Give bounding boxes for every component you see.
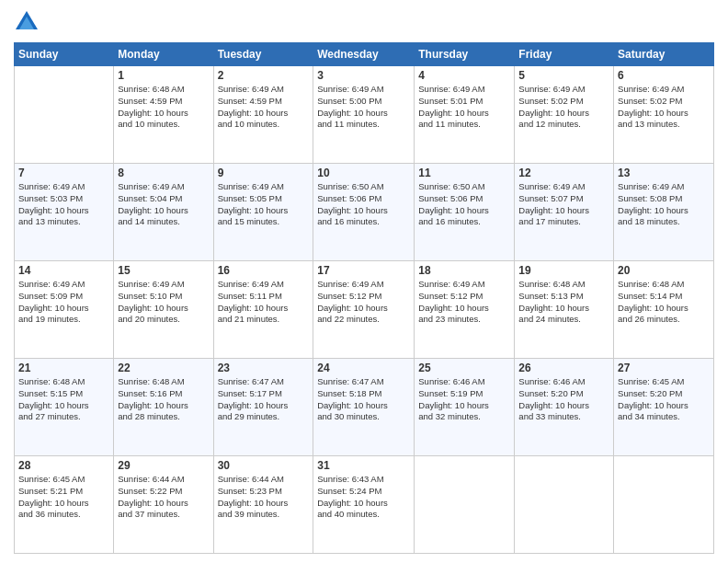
day-header-saturday: Saturday xyxy=(614,43,714,66)
logo-icon xyxy=(14,9,40,35)
cell-details: Sunrise: 6:49 AMSunset: 5:07 PMDaylight:… xyxy=(518,181,609,228)
day-number: 10 xyxy=(317,167,410,179)
calendar-cell: 2Sunrise: 6:49 AMSunset: 4:59 PMDaylight… xyxy=(213,66,313,164)
cell-details: Sunrise: 6:48 AMSunset: 5:14 PMDaylight:… xyxy=(618,279,710,326)
day-number: 28 xyxy=(18,459,109,472)
day-number: 9 xyxy=(218,167,310,179)
calendar-cell: 20Sunrise: 6:48 AMSunset: 5:14 PMDayligh… xyxy=(614,261,714,359)
cell-details: Sunrise: 6:46 AMSunset: 5:19 PMDaylight:… xyxy=(418,376,510,423)
calendar-cell: 21Sunrise: 6:48 AMSunset: 5:15 PMDayligh… xyxy=(15,359,114,456)
calendar-cell: 22Sunrise: 6:48 AMSunset: 5:16 PMDayligh… xyxy=(114,359,213,456)
cell-details: Sunrise: 6:49 AMSunset: 5:11 PMDaylight:… xyxy=(218,279,310,326)
calendar-cell xyxy=(614,456,714,554)
calendar-cell: 24Sunrise: 6:47 AMSunset: 5:18 PMDayligh… xyxy=(313,359,415,456)
calendar-cell: 5Sunrise: 6:49 AMSunset: 5:02 PMDaylight… xyxy=(515,66,614,164)
cell-details: Sunrise: 6:46 AMSunset: 5:20 PMDaylight:… xyxy=(518,376,609,423)
day-number: 1 xyxy=(118,69,209,82)
calendar-cell: 8Sunrise: 6:49 AMSunset: 5:04 PMDaylight… xyxy=(114,164,213,261)
day-number: 7 xyxy=(18,167,109,179)
calendar-cell: 19Sunrise: 6:48 AMSunset: 5:13 PMDayligh… xyxy=(515,261,614,359)
cell-details: Sunrise: 6:49 AMSunset: 5:00 PMDaylight:… xyxy=(317,84,410,131)
cell-details: Sunrise: 6:49 AMSunset: 4:59 PMDaylight:… xyxy=(218,84,310,131)
day-number: 6 xyxy=(618,69,710,82)
calendar-cell: 23Sunrise: 6:47 AMSunset: 5:17 PMDayligh… xyxy=(213,359,313,456)
cell-details: Sunrise: 6:49 AMSunset: 5:09 PMDaylight:… xyxy=(18,279,109,326)
cell-details: Sunrise: 6:43 AMSunset: 5:24 PMDaylight:… xyxy=(317,474,410,521)
day-number: 2 xyxy=(218,69,310,82)
calendar-week-row: 28Sunrise: 6:45 AMSunset: 5:21 PMDayligh… xyxy=(15,456,714,554)
day-number: 21 xyxy=(18,362,109,374)
calendar-cell: 7Sunrise: 6:49 AMSunset: 5:03 PMDaylight… xyxy=(15,164,114,261)
day-header-sunday: Sunday xyxy=(15,43,114,66)
calendar-cell: 14Sunrise: 6:49 AMSunset: 5:09 PMDayligh… xyxy=(15,261,114,359)
cell-details: Sunrise: 6:48 AMSunset: 5:16 PMDaylight:… xyxy=(118,376,209,423)
calendar-cell: 29Sunrise: 6:44 AMSunset: 5:22 PMDayligh… xyxy=(114,456,213,554)
calendar-week-row: 1Sunrise: 6:48 AMSunset: 4:59 PMDaylight… xyxy=(15,66,714,164)
day-number: 24 xyxy=(317,362,410,374)
day-number: 27 xyxy=(618,362,710,374)
page: SundayMondayTuesdayWednesdayThursdayFrid… xyxy=(0,0,728,563)
calendar-cell: 27Sunrise: 6:45 AMSunset: 5:20 PMDayligh… xyxy=(614,359,714,456)
calendar-cell: 3Sunrise: 6:49 AMSunset: 5:00 PMDaylight… xyxy=(313,66,415,164)
cell-details: Sunrise: 6:50 AMSunset: 5:06 PMDaylight:… xyxy=(317,181,410,228)
calendar-cell: 1Sunrise: 6:48 AMSunset: 4:59 PMDaylight… xyxy=(114,66,213,164)
day-number: 14 xyxy=(18,264,109,277)
day-header-wednesday: Wednesday xyxy=(313,43,415,66)
day-number: 26 xyxy=(518,362,609,374)
calendar-cell: 25Sunrise: 6:46 AMSunset: 5:19 PMDayligh… xyxy=(415,359,515,456)
cell-details: Sunrise: 6:49 AMSunset: 5:02 PMDaylight:… xyxy=(618,84,710,131)
calendar-header-row: SundayMondayTuesdayWednesdayThursdayFrid… xyxy=(15,43,714,66)
day-number: 25 xyxy=(418,362,510,374)
calendar-cell: 13Sunrise: 6:49 AMSunset: 5:08 PMDayligh… xyxy=(614,164,714,261)
calendar-cell: 15Sunrise: 6:49 AMSunset: 5:10 PMDayligh… xyxy=(114,261,213,359)
cell-details: Sunrise: 6:49 AMSunset: 5:02 PMDaylight:… xyxy=(518,84,609,131)
day-header-thursday: Thursday xyxy=(415,43,515,66)
day-number: 22 xyxy=(118,362,209,374)
day-header-tuesday: Tuesday xyxy=(213,43,313,66)
cell-details: Sunrise: 6:49 AMSunset: 5:08 PMDaylight:… xyxy=(618,181,710,228)
day-number: 19 xyxy=(518,264,609,277)
day-header-friday: Friday xyxy=(515,43,614,66)
day-number: 18 xyxy=(418,264,510,277)
day-number: 31 xyxy=(317,459,410,472)
day-number: 20 xyxy=(618,264,710,277)
calendar-cell: 10Sunrise: 6:50 AMSunset: 5:06 PMDayligh… xyxy=(313,164,415,261)
calendar-table: SundayMondayTuesdayWednesdayThursdayFrid… xyxy=(14,42,714,554)
cell-details: Sunrise: 6:44 AMSunset: 5:22 PMDaylight:… xyxy=(118,474,209,521)
calendar-week-row: 14Sunrise: 6:49 AMSunset: 5:09 PMDayligh… xyxy=(15,261,714,359)
day-header-monday: Monday xyxy=(114,43,213,66)
calendar-cell: 18Sunrise: 6:49 AMSunset: 5:12 PMDayligh… xyxy=(415,261,515,359)
day-number: 4 xyxy=(418,69,510,82)
cell-details: Sunrise: 6:49 AMSunset: 5:12 PMDaylight:… xyxy=(418,279,510,326)
calendar-week-row: 7Sunrise: 6:49 AMSunset: 5:03 PMDaylight… xyxy=(15,164,714,261)
cell-details: Sunrise: 6:45 AMSunset: 5:21 PMDaylight:… xyxy=(18,474,109,521)
calendar-cell: 11Sunrise: 6:50 AMSunset: 5:06 PMDayligh… xyxy=(415,164,515,261)
calendar-cell: 16Sunrise: 6:49 AMSunset: 5:11 PMDayligh… xyxy=(213,261,313,359)
calendar-cell: 4Sunrise: 6:49 AMSunset: 5:01 PMDaylight… xyxy=(415,66,515,164)
day-number: 17 xyxy=(317,264,410,277)
calendar-cell: 26Sunrise: 6:46 AMSunset: 5:20 PMDayligh… xyxy=(515,359,614,456)
logo xyxy=(14,9,43,35)
cell-details: Sunrise: 6:45 AMSunset: 5:20 PMDaylight:… xyxy=(618,376,710,423)
calendar-cell xyxy=(415,456,515,554)
cell-details: Sunrise: 6:44 AMSunset: 5:23 PMDaylight:… xyxy=(218,474,310,521)
header xyxy=(14,9,714,35)
day-number: 16 xyxy=(218,264,310,277)
day-number: 12 xyxy=(518,167,609,179)
calendar-cell: 30Sunrise: 6:44 AMSunset: 5:23 PMDayligh… xyxy=(213,456,313,554)
calendar-cell xyxy=(15,66,114,164)
cell-details: Sunrise: 6:49 AMSunset: 5:04 PMDaylight:… xyxy=(118,181,209,228)
cell-details: Sunrise: 6:50 AMSunset: 5:06 PMDaylight:… xyxy=(418,181,510,228)
calendar-cell xyxy=(515,456,614,554)
cell-details: Sunrise: 6:48 AMSunset: 5:13 PMDaylight:… xyxy=(518,279,609,326)
day-number: 23 xyxy=(218,362,310,374)
day-number: 8 xyxy=(118,167,209,179)
day-number: 13 xyxy=(618,167,710,179)
day-number: 29 xyxy=(118,459,209,472)
day-number: 11 xyxy=(418,167,510,179)
cell-details: Sunrise: 6:47 AMSunset: 5:17 PMDaylight:… xyxy=(218,376,310,423)
day-number: 3 xyxy=(317,69,410,82)
cell-details: Sunrise: 6:48 AMSunset: 5:15 PMDaylight:… xyxy=(18,376,109,423)
day-number: 15 xyxy=(118,264,209,277)
cell-details: Sunrise: 6:49 AMSunset: 5:01 PMDaylight:… xyxy=(418,84,510,131)
